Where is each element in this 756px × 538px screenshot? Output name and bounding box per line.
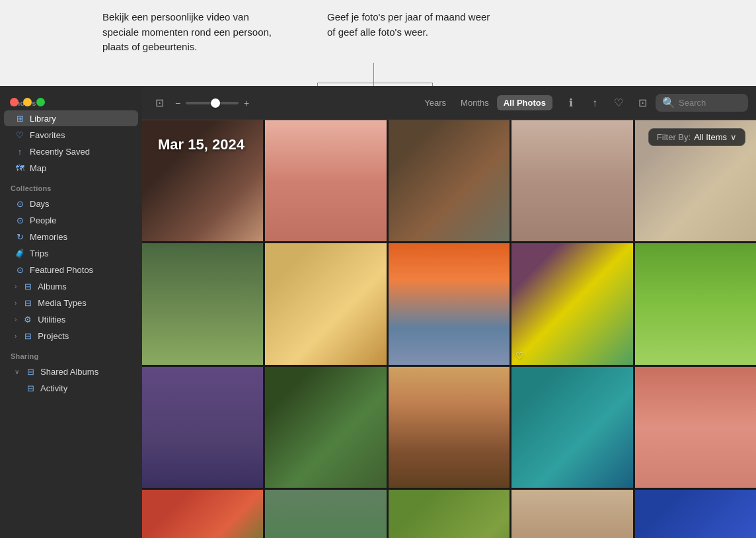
sidebar-item-people[interactable]: ⊙ People	[4, 212, 138, 228]
view-all-photos-button[interactable]: All Photos	[497, 95, 552, 110]
sidebar-label-map: Map	[30, 163, 46, 173]
tooltip-right: Geef je foto's per jaar of maand weer of…	[327, 10, 499, 40]
photo-cell[interactable]	[265, 490, 386, 538]
sidebar-item-library[interactable]: ⊞ Library	[4, 110, 138, 126]
info-button[interactable]: ℹ	[562, 94, 580, 112]
sidebar-item-shared-albums[interactable]: ∨ ⊟ Shared Albums	[4, 364, 138, 379]
search-box[interactable]: 🔍	[656, 94, 748, 112]
zoom-minus-icon[interactable]: −	[172, 98, 183, 108]
photo-cell[interactable]	[142, 243, 263, 364]
map-icon: 🗺	[15, 163, 25, 173]
share-button[interactable]: ↑	[586, 94, 604, 112]
sidebar-item-map[interactable]: 🗺 Map	[4, 160, 138, 176]
filter-label: Filter By:	[657, 132, 691, 142]
memories-icon: ↻	[15, 231, 25, 242]
photo-cell[interactable]	[635, 490, 756, 538]
photo-grid: ♡	[142, 120, 756, 538]
recently-saved-icon: ↑	[15, 146, 25, 157]
toolbar: ⊡ − + Years Months All Photos ℹ ↑ ♡ ⊡ 🔍	[142, 86, 756, 120]
sidebar-section-sharing: Sharing	[0, 344, 142, 363]
utilities-expand-icon: ›	[15, 316, 17, 323]
photo-cell[interactable]	[142, 490, 263, 538]
projects-icon: ⊟	[22, 330, 33, 341]
zoom-slider-area: − +	[172, 98, 252, 108]
search-icon: 🔍	[662, 96, 675, 109]
photo-cell[interactable]	[265, 243, 386, 364]
sidebar-item-memories[interactable]: ↻ Memories	[4, 229, 138, 245]
photo-cell[interactable]	[511, 120, 632, 241]
heart-overlay-icon: ♡	[515, 350, 524, 361]
sidebar: Photos ⊞ Library ♡ Favorites ↑ Recently …	[0, 86, 142, 538]
main-window: ⊡ − + Years Months All Photos ℹ ↑ ♡ ⊡ 🔍 …	[142, 86, 756, 538]
sidebar-label-projects: Projects	[38, 331, 69, 341]
filter-button[interactable]: Filter By: All Items ∨	[648, 128, 745, 146]
trips-icon: 🧳	[15, 248, 25, 258]
utilities-icon: ⚙	[22, 314, 33, 325]
shared-expand-icon: ∨	[15, 368, 19, 375]
photo-content: Mar 15, 2024 Filter By: All Items ∨ ♡	[142, 120, 756, 538]
favorite-button[interactable]: ♡	[609, 94, 628, 112]
fullscreen-button[interactable]	[36, 98, 45, 106]
photo-cell[interactable]	[265, 120, 386, 241]
sidebar-item-media-types[interactable]: › ⊟ Media Types	[4, 295, 138, 311]
featured-icon: ⊙	[15, 264, 25, 275]
photo-cell[interactable]	[635, 367, 756, 488]
toolbar-icons: ℹ ↑ ♡ ⊡	[562, 94, 652, 112]
heart-icon: ♡	[15, 130, 25, 140]
sidebar-label-media-types: Media Types	[38, 298, 86, 308]
albums-expand-icon: ›	[15, 283, 17, 290]
photo-cell[interactable]	[142, 367, 263, 488]
photo-cell[interactable]: ♡	[511, 243, 632, 364]
search-input[interactable]	[679, 98, 745, 108]
sidebar-item-days[interactable]: ⊙ Days	[4, 196, 138, 211]
date-header: Mar 15, 2024	[147, 126, 255, 159]
sidebar-label-trips: Trips	[30, 249, 48, 258]
albums-icon: ⊟	[22, 281, 33, 291]
zoom-plus-icon[interactable]: +	[241, 98, 252, 108]
sidebar-item-activity[interactable]: ⊟ Activity	[4, 380, 138, 396]
sidebar-label-memories: Memories	[30, 232, 67, 242]
sidebar-label-library: Library	[30, 114, 56, 124]
sidebar-label-people: People	[30, 215, 56, 225]
photo-cell[interactable]	[389, 120, 510, 241]
minimize-button[interactable]	[23, 98, 32, 106]
sidebar-item-projects[interactable]: › ⊟ Projects	[4, 328, 138, 344]
sidebar-label-favorites: Favorites	[30, 130, 65, 140]
photo-cell[interactable]	[511, 367, 632, 488]
close-button[interactable]	[10, 98, 19, 106]
view-months-button[interactable]: Months	[454, 95, 496, 110]
sidebar-item-albums[interactable]: › ⊟ Albums	[4, 278, 138, 294]
sidebar-item-recently-saved[interactable]: ↑ Recently Saved	[4, 143, 138, 159]
sidebar-label-utilities: Utilities	[38, 315, 65, 325]
traffic-lights	[10, 98, 45, 106]
sidebar-section-collections: Collections	[0, 176, 142, 195]
media-icon: ⊟	[22, 297, 33, 308]
projects-expand-icon: ›	[15, 332, 17, 340]
sidebar-item-utilities[interactable]: › ⚙ Utilities	[4, 311, 138, 327]
sidebar-label-activity: Activity	[40, 383, 67, 393]
zoom-slider-track[interactable]	[186, 102, 239, 104]
activity-icon: ⊟	[25, 383, 36, 393]
photo-cell[interactable]	[635, 243, 756, 364]
photo-cell[interactable]	[265, 367, 386, 488]
filter-chevron-icon: ∨	[730, 132, 737, 142]
days-icon: ⊙	[15, 198, 25, 209]
photo-cell[interactable]	[389, 243, 510, 364]
shared-icon: ⊟	[25, 366, 36, 377]
photo-cell[interactable]	[511, 490, 632, 538]
zoom-slider-thumb[interactable]	[211, 98, 220, 108]
photo-cell[interactable]	[389, 490, 510, 538]
crop-button[interactable]: ⊡	[633, 94, 652, 112]
sidebar-label-days: Days	[30, 199, 50, 209]
sidebar-item-featured-photos[interactable]: ⊙ Featured Photos	[4, 262, 138, 278]
view-years-button[interactable]: Years	[418, 95, 453, 110]
view-buttons: Years Months All Photos	[418, 95, 552, 110]
sidebar-item-favorites[interactable]: ♡ Favorites	[4, 127, 138, 143]
slideshow-button[interactable]: ⊡	[150, 94, 169, 112]
sidebar-item-trips[interactable]: 🧳 Trips	[4, 245, 138, 261]
sidebar-label-recently-saved: Recently Saved	[30, 147, 90, 157]
people-icon: ⊙	[15, 215, 25, 225]
sidebar-label-shared-albums: Shared Albums	[40, 367, 98, 377]
photo-cell[interactable]	[389, 367, 510, 488]
tooltip-left: Bekijk een persoonlijke video van specia…	[102, 10, 274, 55]
